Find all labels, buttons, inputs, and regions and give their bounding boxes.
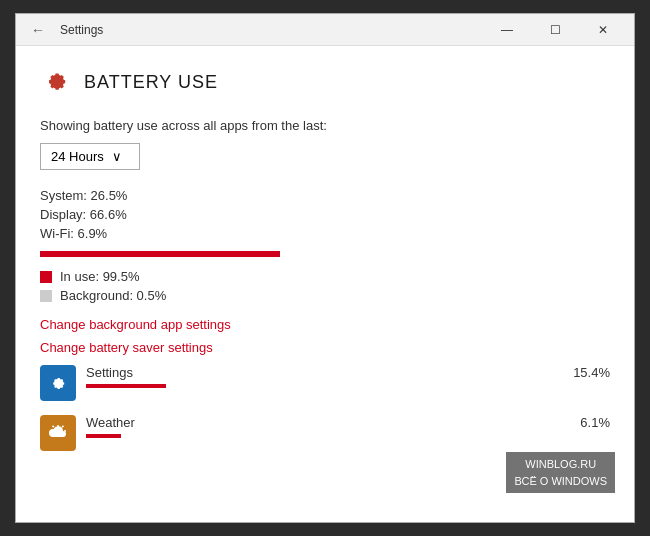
settings-app-icon bbox=[40, 365, 76, 401]
watermark: WINBLOG.RU ВСЁ О WINDOWS bbox=[506, 452, 615, 493]
minimize-button[interactable]: — bbox=[484, 14, 530, 46]
settings-gear-icon bbox=[47, 372, 69, 394]
list-item: Weather 6.1% bbox=[40, 415, 610, 451]
stats-section: System: 26.5% Display: 66.6% Wi-Fi: 6.9% bbox=[40, 188, 610, 241]
main-content: BATTERY USE Showing battery use across a… bbox=[16, 46, 634, 522]
settings-bar-container bbox=[86, 384, 610, 388]
weather-app-name: Weather bbox=[86, 415, 135, 430]
weather-app-bar bbox=[86, 434, 121, 438]
battery-bar bbox=[40, 251, 280, 257]
title-bar-title: Settings bbox=[60, 23, 103, 37]
legend-background: Background: 0.5% bbox=[40, 288, 610, 303]
stat-display: Display: 66.6% bbox=[40, 207, 610, 222]
weather-sun-icon bbox=[47, 422, 69, 444]
settings-app-bar bbox=[86, 384, 166, 388]
legend-section: In use: 99.5% Background: 0.5% bbox=[40, 269, 610, 303]
time-range-dropdown[interactable]: 24 Hours ∨ bbox=[40, 143, 140, 170]
change-background-app-settings-link[interactable]: Change background app settings bbox=[40, 317, 231, 332]
watermark-line2: ВСЁ О WINDOWS bbox=[514, 473, 607, 490]
list-item: Settings 15.4% bbox=[40, 365, 610, 401]
stat-wifi: Wi-Fi: 6.9% bbox=[40, 226, 610, 241]
weather-bar-container bbox=[86, 434, 610, 438]
weather-app-icon bbox=[40, 415, 76, 451]
title-bar-controls: — ☐ ✕ bbox=[484, 14, 626, 46]
page-title: BATTERY USE bbox=[84, 72, 218, 93]
legend-red-dot bbox=[40, 271, 52, 283]
weather-app-info: Weather 6.1% bbox=[86, 415, 610, 438]
maximize-button[interactable]: ☐ bbox=[532, 14, 578, 46]
close-button[interactable]: ✕ bbox=[580, 14, 626, 46]
legend-background-label: Background: 0.5% bbox=[60, 288, 166, 303]
change-battery-saver-settings-link[interactable]: Change battery saver settings bbox=[40, 340, 213, 355]
battery-gear-icon bbox=[40, 66, 72, 98]
battery-bar-container bbox=[40, 251, 610, 257]
section-label: Showing battery use across all apps from… bbox=[40, 118, 610, 133]
stat-system: System: 26.5% bbox=[40, 188, 610, 203]
watermark-line1: WINBLOG.RU bbox=[514, 456, 607, 473]
legend-gray-dot bbox=[40, 290, 52, 302]
title-bar-left: ← Settings bbox=[24, 16, 103, 44]
title-bar: ← Settings — ☐ ✕ bbox=[16, 14, 634, 46]
settings-app-name: Settings bbox=[86, 365, 133, 380]
dropdown-value: 24 Hours bbox=[51, 149, 104, 164]
legend-in-use: In use: 99.5% bbox=[40, 269, 610, 284]
settings-app-percent: 15.4% bbox=[573, 365, 610, 380]
weather-name-row: Weather 6.1% bbox=[86, 415, 610, 430]
weather-app-percent: 6.1% bbox=[580, 415, 610, 430]
app-list: Settings 15.4% bbox=[40, 365, 610, 451]
content-area: BATTERY USE Showing battery use across a… bbox=[16, 46, 634, 522]
page-header: BATTERY USE bbox=[40, 66, 610, 98]
back-button[interactable]: ← bbox=[24, 16, 52, 44]
legend-in-use-label: In use: 99.5% bbox=[60, 269, 140, 284]
chevron-down-icon: ∨ bbox=[112, 149, 122, 164]
settings-name-row: Settings 15.4% bbox=[86, 365, 610, 380]
settings-app-info: Settings 15.4% bbox=[86, 365, 610, 388]
